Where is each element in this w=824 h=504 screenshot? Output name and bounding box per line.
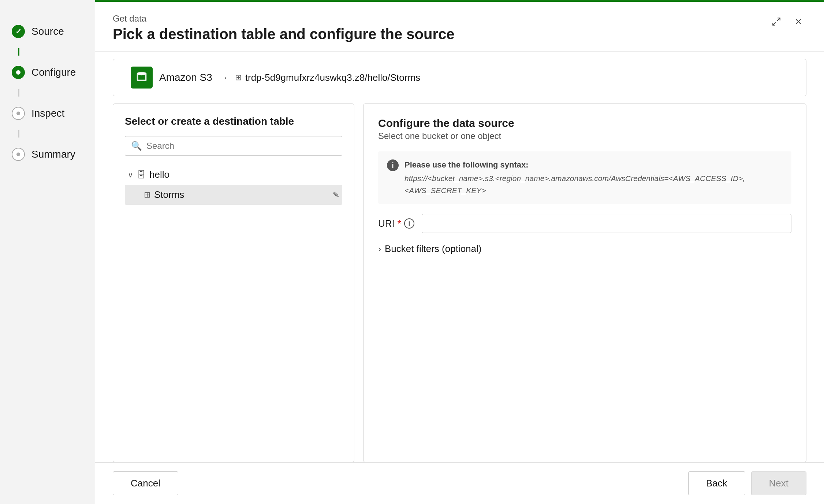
top-bar: Get data Pick a destination table and co… [95,2,824,52]
sidebar-item-inspect-label: Inspect [31,108,64,119]
arrow-icon: → [219,72,228,83]
info-label: Please use the following syntax: [404,159,783,171]
info-box: i Please use the following syntax: https… [378,151,791,204]
destination-path: ⊞ trdp-5d9gmufxrz4uswkq3.z8/hello/Storms [235,72,420,83]
left-panel-title: Select or create a destination table [125,116,342,127]
database-icon: 🗄 [137,170,146,180]
sidebar-item-summary-label: Summary [31,148,75,160]
get-data-label: Get data [113,14,455,24]
bottom-bar: Cancel Back Next [95,462,824,504]
sidebar-item-configure[interactable]: Configure [0,56,95,89]
dest-path-label: trdp-5d9gmufxrz4uswkq3.z8/hello/Storms [245,72,420,83]
uri-label: URI * i [378,218,414,229]
info-icon: i [387,159,399,171]
svg-line-1 [773,22,776,25]
connector-1 [18,48,19,56]
cancel-button[interactable]: Cancel [113,471,178,495]
chevron-down-icon: ∨ [128,170,133,179]
tree-item-storms[interactable]: ⊞ Storms ✎ [125,185,342,205]
search-box[interactable]: 🔍 [125,136,342,156]
svg-line-0 [777,18,780,21]
step-circle-summary [12,148,25,161]
back-button[interactable]: Back [688,471,745,495]
tree-hello-label: hello [149,169,169,180]
next-button[interactable]: Next [751,471,806,495]
sidebar: ✓ Source Configure Inspect Summary [0,0,95,504]
left-panel: Select or create a destination table 🔍 ∨… [113,104,354,462]
step-circle-source: ✓ [12,25,25,38]
grid-icon: ⊞ [235,73,242,82]
config-title: Configure the data source [378,117,791,129]
database-tree: ∨ 🗄 hello ⊞ Storms ✎ [125,165,342,450]
source-name-label: Amazon S3 [159,72,212,83]
uri-row: URI * i [378,214,791,233]
table-icon: ⊞ [144,190,150,200]
bucket-filters-toggle[interactable]: › Bucket filters (optional) [378,243,791,255]
tree-storms-label: Storms [154,189,184,200]
sidebar-item-configure-label: Configure [31,67,76,78]
chevron-right-icon: › [378,244,381,254]
amazon-s3-icon [131,67,153,89]
sidebar-item-source[interactable]: ✓ Source [0,15,95,48]
bucket-filters-label: Bucket filters (optional) [385,243,481,255]
svg-rect-5 [138,75,145,79]
expand-button[interactable] [768,14,784,30]
edit-icon[interactable]: ✎ [333,190,339,200]
sidebar-item-source-label: Source [31,26,64,37]
required-star: * [398,218,401,229]
step-circle-configure [12,66,25,79]
source-breadcrumb-bar: Amazon S3 → ⊞ trdp-5d9gmufxrz4uswkq3.z8/… [113,59,806,96]
content-area: Select or create a destination table 🔍 ∨… [95,104,824,462]
step-circle-inspect [12,107,25,120]
page-title: Pick a destination table and configure t… [113,26,455,42]
config-subtitle: Select one bucket or one object [378,131,791,141]
sidebar-item-inspect[interactable]: Inspect [0,97,95,130]
uri-input[interactable] [422,214,791,233]
info-syntax: https://<bucket_name>.s3.<region_name>.a… [404,174,745,195]
connector-3 [18,130,19,138]
tree-item-hello[interactable]: ∨ 🗄 hello [125,165,342,185]
sidebar-item-summary[interactable]: Summary [0,138,95,171]
main-content: Get data Pick a destination table and co… [95,0,824,504]
right-panel: Configure the data source Select one buc… [363,104,806,462]
search-input[interactable] [146,141,336,151]
connector-2 [18,89,19,97]
uri-info-icon[interactable]: i [404,218,414,229]
close-button[interactable] [790,14,806,30]
search-icon: 🔍 [131,141,142,151]
